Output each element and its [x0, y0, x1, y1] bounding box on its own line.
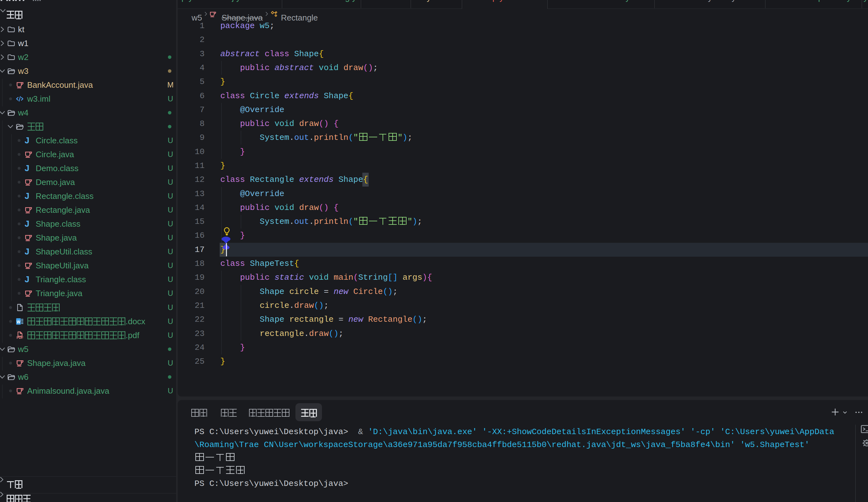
- svg-text:W: W: [17, 319, 21, 324]
- svg-text:PDF: PDF: [17, 336, 23, 339]
